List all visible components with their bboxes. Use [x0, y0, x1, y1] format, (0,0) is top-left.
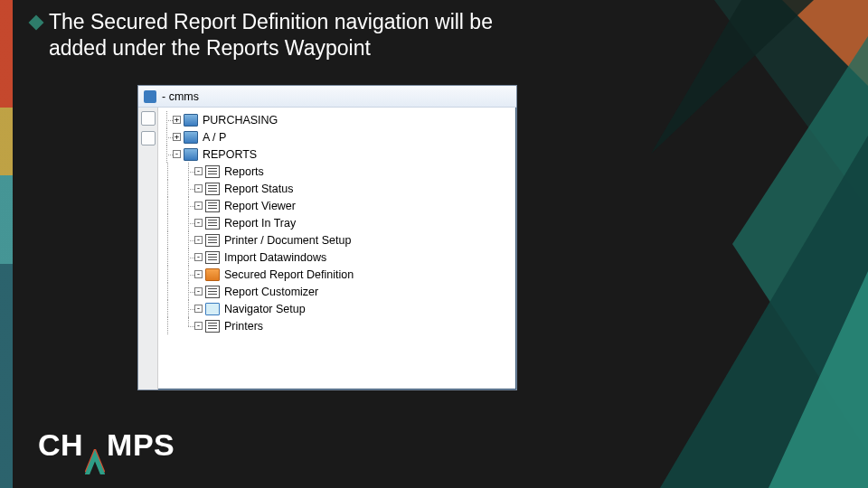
tree-expander-icon[interactable]: - [194, 287, 203, 296]
tree-top-node[interactable]: +PURCHASING [160, 111, 513, 128]
svg-marker-4 [769, 271, 868, 488]
folder-icon [184, 131, 198, 144]
orange-icon [205, 268, 220, 281]
tree-node-label: Navigator Setup [223, 303, 306, 315]
tree-child-node[interactable]: -Report Status [160, 180, 513, 197]
tree-child-node[interactable]: -Printers [160, 317, 513, 334]
window-body: +PURCHASING+A / P-REPORTS-Reports-Report… [138, 108, 516, 389]
tree-expander-icon[interactable]: - [194, 184, 203, 192]
tree-child-node[interactable]: -Printer / Document Setup [160, 231, 513, 249]
svg-marker-2 [732, 36, 868, 452]
report-icon [205, 217, 220, 230]
tree-expander-icon[interactable]: - [194, 305, 203, 313]
tree-expander-icon[interactable]: + [173, 133, 181, 141]
report-icon [205, 320, 220, 333]
logo-part-ch: CH [38, 427, 83, 463]
svg-marker-0 [714, 0, 868, 208]
tree-node-label: Import Datawindows [223, 251, 326, 264]
tree-expander-icon[interactable]: - [194, 270, 203, 278]
tree-child-node[interactable]: -Reports [160, 163, 513, 180]
tree-top-node[interactable]: +A / P [160, 128, 513, 145]
report-icon [205, 251, 220, 264]
window-app-icon [144, 90, 156, 103]
tree-expander-icon[interactable]: - [194, 322, 203, 330]
report-icon [205, 165, 220, 178]
tree-node-label: Printer / Document Setup [223, 234, 351, 247]
bullet-diamond-icon [29, 15, 44, 31]
decorative-polygons [579, 0, 868, 488]
folder-icon [184, 114, 198, 127]
report-icon [205, 183, 220, 195]
toolbar-button-2[interactable] [141, 131, 156, 145]
tree-expander-icon[interactable]: - [173, 150, 181, 158]
window-left-toolbar [138, 108, 158, 389]
champs-logo: CH MPS [38, 427, 175, 463]
window-title-text: - cmms [162, 90, 199, 103]
tree-node-label: A / P [202, 131, 226, 144]
tree-node-label: Report Customizer [223, 286, 318, 298]
left-accent-stripe [0, 0, 13, 488]
tree-child-node[interactable]: -Navigator Setup [160, 300, 513, 317]
tree-node-label: Report Viewer [223, 200, 296, 212]
tree-node-label: Report Status [223, 183, 293, 195]
tree-child-node[interactable]: -Report Customizer [160, 283, 513, 300]
tree-child-node[interactable]: -Secured Report Definition [160, 266, 513, 283]
slide: The Secured Report Definition navigation… [0, 0, 868, 488]
toolbar-button-1[interactable] [141, 111, 156, 126]
svg-marker-3 [660, 136, 868, 488]
navigation-tree[interactable]: +PURCHASING+A / P-REPORTS-Reports-Report… [158, 108, 516, 389]
bullet-row: The Secured Report Definition navigation… [31, 9, 555, 61]
tree-expander-icon[interactable]: - [194, 236, 203, 244]
tree-node-label: Printers [223, 320, 263, 333]
tree-child-node[interactable]: -Import Datawindows [160, 249, 513, 266]
tree-node-label: Reports [223, 165, 264, 178]
svg-marker-1 [782, 0, 868, 86]
tree-node-label: REPORTS [202, 148, 257, 161]
report-icon [205, 200, 220, 212]
report-icon [205, 286, 220, 298]
folder-icon [184, 148, 198, 161]
tree-expander-icon[interactable]: - [194, 219, 203, 227]
tree-node-label: Secured Report Definition [223, 268, 354, 281]
tree-expander-icon[interactable]: - [194, 202, 203, 210]
monitor-icon [205, 303, 220, 315]
app-window: - cmms +PURCHASING+A / P-REPORTS-Reports… [137, 85, 517, 390]
tree-node-label: PURCHASING [202, 114, 278, 127]
svg-marker-5 [651, 0, 814, 154]
tree-expander-icon[interactable]: + [173, 116, 181, 124]
report-icon [205, 234, 220, 247]
tree-child-node[interactable]: -Report Viewer [160, 197, 513, 214]
tree-node-label: Report In Tray [223, 217, 296, 230]
tree-expander-icon[interactable]: - [194, 253, 203, 261]
logo-part-mps: MPS [107, 427, 175, 463]
tree-top-node[interactable]: -REPORTS [160, 145, 513, 163]
tree-expander-icon[interactable]: - [194, 167, 203, 175]
bullet-text: The Secured Report Definition navigation… [49, 9, 555, 61]
window-titlebar: - cmms [138, 86, 516, 108]
tree-child-node[interactable]: -Report In Tray [160, 214, 513, 231]
